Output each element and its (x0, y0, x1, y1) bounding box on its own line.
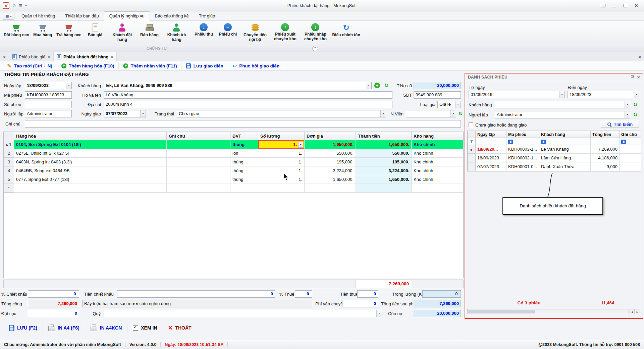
ngay-lap-field[interactable]: 18/09/2023 (25, 82, 72, 89)
toolbar-bao-gia[interactable]: Báo giá (83, 22, 107, 38)
n-vien-field[interactable] (406, 110, 456, 117)
toolbar-khach-tra-hang[interactable]: Khách trả hàng (161, 22, 192, 42)
col-khach-hang[interactable]: Khách hàng (539, 131, 591, 138)
cell-don-gia[interactable] (305, 184, 356, 193)
table-row[interactable]: 3 0403N, Spring int 0403 (3.3l) thùng 1.… (4, 158, 464, 166)
ho-va-ten-field[interactable]: Lê Văn Kháng (104, 91, 392, 99)
chevron-down-icon[interactable] (634, 91, 639, 98)
cell-tong-tien[interactable]: 9,000 (591, 162, 620, 171)
ribbon-file-button[interactable] (3, 12, 14, 20)
col-tong-tien[interactable]: Tổng tiền (591, 131, 620, 138)
print-a4kcn-button[interactable]: IN A4KCN (85, 323, 128, 332)
refresh-icon[interactable] (632, 102, 638, 108)
toolbar-dieu-chinh-ton[interactable]: Điều chỉnh tồn (330, 22, 362, 38)
add-item-button[interactable]: Thêm hàng hóa (F10) (57, 62, 119, 69)
restore-layout-button[interactable]: Phục hồi giao diện (228, 62, 284, 69)
den-ngay-field[interactable]: 18/09/2023 (568, 91, 639, 98)
cell-thanh-tien[interactable]: 1,650,000. (356, 140, 412, 149)
cell-don-gia[interactable]: 1,650,000. (305, 175, 356, 184)
cell-tong-tien[interactable]: 7,269,000 (591, 145, 620, 154)
refresh-icon[interactable] (383, 83, 389, 89)
table-row[interactable]: 5 0777, Spring Ext 0777 (18l) thùng 1. 1… (4, 175, 464, 184)
checked-checkbox-icon[interactable] (133, 325, 138, 331)
preview-checkbox[interactable]: XEM IN (127, 323, 163, 332)
ngay-giao-field[interactable]: 07/07/2023 (104, 110, 146, 117)
cell-ngay-lap[interactable]: 18/09/2023 (476, 154, 506, 162)
close-button[interactable] (631, 2, 641, 9)
save-layout-button[interactable]: Lưu giao diện (181, 62, 228, 69)
toolbar-chuyen-tien-noi-bo[interactable]: Chuyển tiền nội bộ (240, 22, 270, 42)
col-so-luong[interactable]: Số lượng (258, 132, 305, 140)
close-all-tabs-icon[interactable] (0, 52, 9, 61)
phi-van-chuyen-field[interactable]: 0 (342, 300, 378, 307)
cell-dvt[interactable] (230, 184, 258, 193)
toolbar-mua-hang[interactable]: Mua hàng (31, 22, 55, 38)
cell-kho-hang[interactable] (412, 184, 464, 193)
cell-dvt[interactable]: thùng (230, 166, 258, 175)
chevron-down-icon[interactable] (140, 110, 146, 117)
cell-ngay-lap[interactable]: 18/09/20... (476, 145, 506, 154)
horizontal-scrollbar[interactable] (467, 309, 629, 314)
chevron-down-icon[interactable] (66, 82, 71, 89)
chevron-down-icon[interactable] (376, 310, 382, 317)
so-phieu-field[interactable] (25, 101, 72, 108)
col-ghi-chu[interactable]: Ghi chú (620, 131, 641, 138)
qty-dropdown-icon[interactable] (298, 142, 303, 148)
minimize-button[interactable] (609, 2, 619, 9)
panel-khach-hang-field[interactable] (495, 101, 630, 108)
cell-ghi-chu[interactable] (167, 166, 230, 175)
ribbon-tab-quan-tri-he-thong[interactable]: Quản trị hệ thống (16, 12, 60, 20)
cell-thanh-tien[interactable]: 3,224,000. (356, 166, 412, 175)
cell-ngay-lap[interactable]: 07/07/2023 (476, 162, 506, 171)
tien-chiet-khau-field[interactable]: 0 (117, 290, 275, 298)
toolbar-phieu-thu[interactable]: Phiếu thu (192, 22, 216, 37)
chevron-down-icon[interactable] (625, 111, 630, 118)
cell-kho-hang[interactable]: Kho chính (412, 166, 464, 175)
table-row[interactable]: 1 0104, Sơn Spring Ext 0104 (18l) thùng … (4, 140, 464, 149)
display-icon[interactable] (598, 2, 608, 9)
cell-dvt[interactable]: thùng (230, 175, 258, 184)
cell-dvt[interactable]: thùng (230, 140, 258, 149)
close-tab-strip-icon[interactable] (635, 52, 644, 61)
cell-thanh-tien[interactable]: 195,000. (356, 158, 412, 166)
panel-nguoi-lap-field[interactable]: Administrator (495, 111, 630, 118)
cell-kho-hang[interactable]: Kho chính (412, 175, 464, 184)
scrollbar-thumb[interactable] (468, 310, 535, 313)
cell-don-gia[interactable]: 550,000. (305, 149, 356, 158)
list-item[interactable]: 07/07/2023 KDH00001-0... Danh Xuân Thừa … (468, 162, 641, 171)
search-button[interactable]: Tìm kiếm (601, 121, 639, 128)
col-ngay-lap[interactable]: Ngày lập (476, 131, 506, 138)
toolbar-tra-hang-ncc[interactable]: Trả hàng ncc (55, 22, 83, 38)
cell-ghi-chu[interactable] (620, 154, 641, 162)
quy-field[interactable] (104, 310, 382, 317)
khach-hang-field[interactable]: lvk, Lê Văn Kháng, 0949 909 889 (104, 82, 372, 89)
sdt-field[interactable]: 0949 909 889 (414, 91, 461, 99)
maximize-button[interactable] (620, 2, 630, 9)
pin-icon[interactable] (630, 75, 634, 80)
col-ma-phieu[interactable]: Mã phiếu (506, 131, 539, 138)
filter-ghi-chu[interactable]: B (620, 138, 641, 145)
tu-ngay-field[interactable]: 01/09/2019 (469, 91, 565, 98)
close-tab-icon[interactable] (48, 54, 50, 59)
cell-don-gia[interactable]: 1,650,000. (305, 140, 356, 149)
tien-thue-field[interactable]: 0 (357, 290, 378, 298)
cell-ma-phieu[interactable]: KDH00003-1... (506, 145, 539, 154)
cell-don-gia[interactable]: 195,000. (305, 158, 356, 166)
chevron-down-icon[interactable] (625, 101, 630, 108)
tab-phieu-khach-dat-hang[interactable]: Phiếu khách đặt hàng (54, 52, 117, 61)
exit-button[interactable]: THOÁT (163, 323, 197, 332)
toolbar-khach-dat-hang[interactable]: Khách đặt hàng (107, 22, 137, 42)
cell-ghi-chu[interactable] (167, 140, 230, 149)
cell-kho-hang[interactable]: Kho chính (412, 158, 464, 166)
col-kho-hang[interactable]: Kho hàng (412, 132, 464, 140)
ribbon-collapse-button[interactable] (312, 46, 318, 51)
new-item-row[interactable]: * (4, 184, 464, 193)
dat-coc-field[interactable]: 0 (28, 310, 79, 317)
refresh-icon[interactable] (458, 111, 464, 117)
cell-ma-phieu[interactable]: KDH00002-1... (506, 154, 539, 162)
close-tab-icon[interactable] (110, 54, 113, 59)
chevron-down-icon[interactable] (455, 101, 461, 108)
table-row[interactable]: 4 0464ĐB, Sring ext 0464 ĐB thùng 1. 3,2… (4, 166, 464, 175)
cell-thanh-tien[interactable]: 1,650,000. (356, 175, 412, 184)
toolbar-phieu-chi[interactable]: Phiếu chi (216, 22, 240, 37)
